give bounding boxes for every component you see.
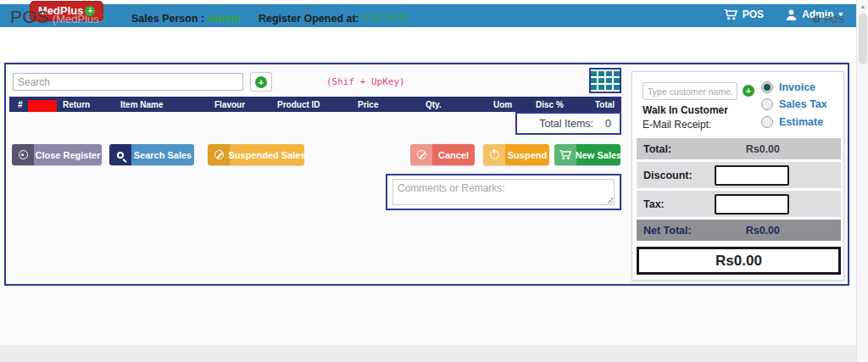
- total-label: Total:: [643, 143, 671, 155]
- cart-icon: [724, 9, 737, 20]
- circle-slash-icon: [214, 150, 224, 159]
- suspended-sales-icon-box: [208, 144, 230, 165]
- discount-input[interactable]: [715, 165, 789, 186]
- search-sales-icon-box: [109, 144, 131, 165]
- net-total-value: Rs0.00: [746, 225, 780, 237]
- pos-main-panel: + (Shif + UpKey) # Return Item Name Flav…: [4, 63, 849, 286]
- tax-input[interactable]: [715, 194, 789, 214]
- register-opened: Register Opened at: 0.00 PKR: [259, 13, 408, 25]
- close-register-label: Close Register: [34, 144, 102, 165]
- add-item-button[interactable]: +: [250, 72, 272, 92]
- net-total-label: Net Total:: [643, 225, 692, 237]
- tax-row: Tax:: [637, 191, 841, 217]
- col-disc: Disc %: [536, 100, 564, 109]
- close-register-icon-box: [12, 144, 34, 165]
- new-sales-button[interactable]: New Sales: [554, 144, 620, 165]
- radio-invoice[interactable]: Invoice: [761, 81, 815, 93]
- search-sales-label: Search Sales: [131, 144, 194, 165]
- amount-display: Rs0.00: [637, 247, 841, 275]
- user-icon: [786, 9, 797, 20]
- prohibition-icon: [417, 150, 426, 159]
- footer-strip: [0, 345, 856, 362]
- nav-pos[interactable]: POS: [724, 8, 764, 20]
- tax-label: Tax:: [643, 198, 665, 210]
- scroll-up-icon[interactable]: ▲: [857, 0, 868, 12]
- col-product-id: Product ID: [277, 100, 320, 109]
- email-receipt-label: E-Mail Receipt:: [643, 119, 711, 131]
- register-opened-value: 0.00 PKR: [362, 13, 408, 25]
- radio-sales-tax[interactable]: Sales Tax: [761, 98, 827, 110]
- close-register-button[interactable]: Close Register: [12, 144, 102, 165]
- radio-estimate[interactable]: Estimate: [761, 116, 823, 128]
- plus-icon: +: [255, 76, 267, 88]
- col-price: Price: [358, 100, 378, 109]
- col-return: Return: [63, 100, 90, 109]
- suspended-sales-label: Suspended Sales: [230, 144, 304, 165]
- nav-pos-label: POS: [743, 8, 764, 20]
- page-title: POS: [10, 7, 49, 27]
- radio-estimate-label: Estimate: [779, 116, 823, 128]
- register-opened-label: Register Opened at:: [259, 13, 362, 25]
- grid-view-button[interactable]: [589, 68, 621, 93]
- scrollbar[interactable]: ▲: [856, 0, 868, 362]
- col-flavour: Flavour: [214, 100, 245, 109]
- col-number: #: [18, 100, 23, 109]
- cart-icon: [559, 150, 571, 160]
- cancel-icon-box: [410, 144, 432, 165]
- items-table-header: # Return Item Name Flavour Product ID Pr…: [9, 97, 621, 112]
- checkout-card: + Walk In Customer E-Mail Receipt: Invoi…: [632, 71, 844, 281]
- discount-row: Discount:: [637, 162, 841, 188]
- col-qty: Qty.: [426, 100, 442, 109]
- col-uom: Uom: [493, 100, 512, 109]
- breadcrumb-label: POS: [825, 14, 844, 25]
- radio-button-icon: [761, 116, 773, 128]
- radio-button-icon: [761, 81, 773, 93]
- comments-box: [386, 174, 621, 210]
- gear-icon: ⚙: [812, 14, 821, 25]
- suspend-label: Suspend: [505, 144, 549, 165]
- power-icon: [490, 150, 499, 159]
- page-subtitle-close: ): [103, 13, 106, 25]
- return-flag-swatch: [28, 100, 57, 112]
- total-items-label: Total Items:: [539, 118, 593, 130]
- radio-invoice-label: Invoice: [779, 81, 815, 93]
- suspend-icon-box: [483, 144, 505, 165]
- search-sales-button[interactable]: Search Sales: [109, 144, 194, 165]
- discount-label: Discount:: [643, 170, 693, 181]
- sales-person-value: Admin: [207, 13, 240, 25]
- sales-person: Sales Person : Admin: [131, 13, 240, 25]
- walk-in-customer-label: Walk In Customer: [643, 104, 728, 116]
- cancel-button[interactable]: Cancel: [410, 144, 475, 165]
- suspend-button[interactable]: Suspend: [483, 144, 549, 165]
- col-total: Total: [595, 100, 615, 109]
- page-subtitle: (MedPlus: [53, 13, 99, 25]
- radio-button-icon: [761, 98, 773, 110]
- grid-icon: [591, 71, 597, 76]
- new-sales-icon-box: [554, 144, 576, 165]
- plus-icon: +: [743, 85, 754, 97]
- sales-person-label: Sales Person :: [131, 13, 207, 25]
- search-input[interactable]: [13, 73, 243, 91]
- total-row: Total: Rs0.00: [637, 138, 841, 159]
- resize-handle[interactable]: [607, 198, 613, 203]
- shortcut-hint: (Shif + UpKey): [326, 76, 405, 87]
- col-item-name: Item Name: [120, 100, 164, 109]
- title-wrap: POS (MedPlus ): [10, 7, 106, 27]
- net-total-row: Net Total: Rs0.00: [637, 220, 841, 241]
- cancel-label: Cancel: [432, 144, 475, 165]
- page-header: [0, 27, 856, 63]
- suspended-sales-button[interactable]: Suspended Sales: [208, 144, 304, 165]
- customer-name-input[interactable]: [643, 82, 737, 100]
- total-items-value: 0: [605, 118, 611, 130]
- add-customer-button[interactable]: +: [743, 84, 754, 97]
- scrollbar-thumb[interactable]: [859, 14, 867, 64]
- breadcrumb: ⚙ POS: [812, 14, 844, 25]
- amount-display-value: Rs0.00: [715, 253, 762, 270]
- comments-textarea[interactable]: [392, 179, 615, 205]
- power-circle-icon: [19, 150, 28, 159]
- search-icon: [117, 152, 124, 159]
- total-items-box: Total Items: 0: [515, 112, 621, 135]
- total-value: Rs0.00: [746, 143, 780, 155]
- radio-sales-tax-label: Sales Tax: [779, 98, 827, 110]
- new-sales-label: New Sales: [576, 144, 620, 165]
